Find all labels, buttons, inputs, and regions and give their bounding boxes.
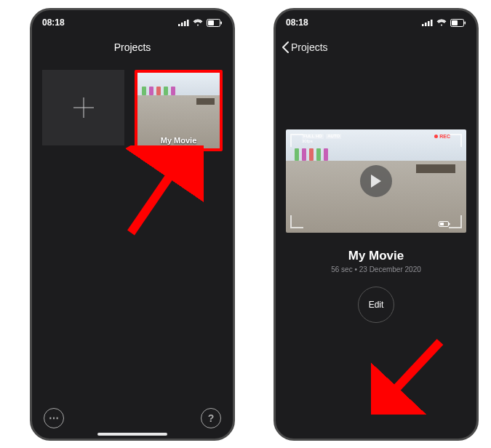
svg-rect-7: [422, 24, 424, 26]
battery-icon: [207, 19, 223, 27]
svg-rect-5: [208, 20, 214, 25]
status-time: 08:18: [42, 17, 65, 28]
status-bar: 08:18: [276, 10, 476, 35]
edit-button[interactable]: Edit: [358, 287, 394, 323]
project-title: My Movie: [276, 249, 476, 263]
home-indicator: [97, 433, 167, 436]
chevron-left-icon: [282, 41, 290, 53]
signal-icon: [178, 19, 189, 26]
navbar: Projects: [32, 35, 233, 60]
question-icon: ?: [208, 412, 215, 424]
status-time: 08:18: [286, 17, 308, 28]
create-project-button[interactable]: [42, 70, 124, 145]
navbar: Projects: [276, 35, 476, 60]
svg-rect-3: [187, 20, 189, 26]
status-bar: 08:18: [32, 10, 233, 35]
play-button[interactable]: [360, 165, 392, 197]
video-preview[interactable]: FULL HD AUTO 30fps REC: [286, 129, 466, 233]
content: FULL HD AUTO 30fps REC My Movie 56 sec •…: [276, 129, 476, 441]
content: My Movie ⋯ ?: [32, 60, 233, 439]
svg-rect-9: [428, 21, 430, 26]
project-label: My Movie: [137, 136, 220, 145]
status-icons: [422, 19, 466, 27]
svg-rect-8: [425, 23, 427, 26]
status-icons: [178, 19, 223, 27]
back-button[interactable]: Projects: [282, 41, 328, 53]
help-button[interactable]: ?: [201, 408, 221, 428]
svg-rect-1: [181, 23, 183, 26]
svg-rect-2: [184, 21, 186, 26]
battery-icon: [450, 19, 466, 27]
svg-rect-0: [178, 24, 180, 26]
wifi-icon: [436, 19, 447, 26]
signal-icon: [422, 19, 433, 26]
svg-rect-13: [465, 21, 466, 24]
back-label: Projects: [291, 41, 328, 53]
wifi-icon: [193, 19, 203, 26]
ellipsis-icon: ⋯: [49, 412, 59, 424]
projects-grid: My Movie: [32, 60, 233, 161]
phone-projects-screen: 08:18 Projects My: [30, 8, 235, 441]
svg-rect-6: [221, 21, 223, 24]
svg-rect-12: [452, 20, 458, 25]
project-tile[interactable]: My Movie: [135, 70, 223, 151]
phone-project-detail-screen: 08:18 Projects FULL HD: [274, 8, 479, 441]
plus-icon: [71, 95, 97, 121]
edit-label: Edit: [369, 300, 384, 310]
svg-rect-10: [431, 20, 433, 26]
page-title: Projects: [114, 41, 151, 53]
play-icon: [370, 174, 383, 188]
more-button[interactable]: ⋯: [44, 408, 64, 428]
project-meta: 56 sec • 23 December 2020: [276, 265, 476, 273]
